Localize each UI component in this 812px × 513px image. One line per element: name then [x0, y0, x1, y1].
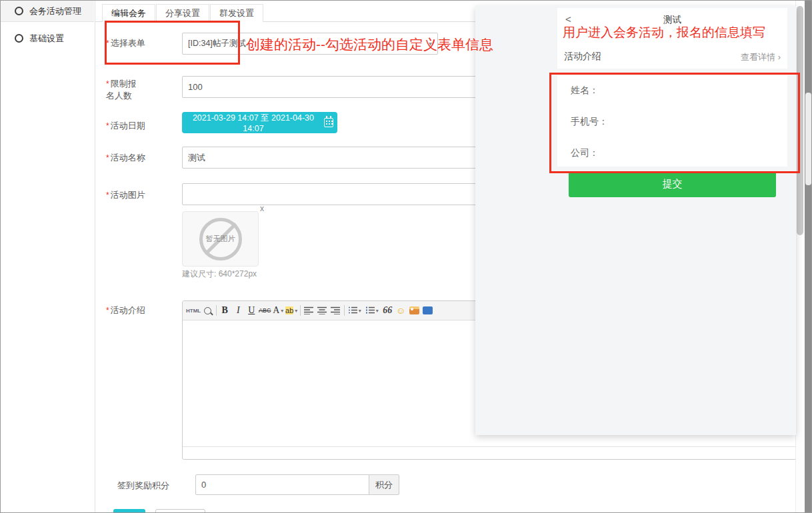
- image-size-hint: 建议尺寸: 640*272px: [182, 268, 257, 280]
- strikethrough-icon[interactable]: ABC: [258, 303, 271, 318]
- image-preview-box: 暂无图片: [182, 211, 259, 266]
- align-right-icon[interactable]: [329, 303, 342, 318]
- view-details-link[interactable]: 查看详情 ›: [741, 51, 781, 63]
- chevron-right-icon: ›: [778, 52, 781, 62]
- points-input[interactable]: [195, 474, 369, 495]
- sidebar: 会务活动管理 基础设置: [1, 1, 95, 512]
- no-image-icon: 暂无图片: [199, 218, 242, 260]
- insert-image-icon[interactable]: [407, 303, 421, 318]
- app-window: 会务活动管理 基础设置 编辑会务 分享设置 群发设置 *选择表单 [ID:34]…: [0, 0, 812, 513]
- chevron-down-icon: ▾: [429, 40, 432, 47]
- calendar-icon: [324, 118, 333, 127]
- date-range-value: 2021-03-29 14:07 至 2021-04-30 14:07: [186, 113, 321, 133]
- remove-image-button[interactable]: x: [260, 204, 264, 213]
- field-label-intro: *活动介绍: [106, 304, 145, 316]
- no-image-text: 暂无图片: [206, 234, 235, 244]
- field-label-image: *活动图片: [106, 189, 145, 201]
- blockquote-icon[interactable]: 66: [381, 303, 394, 318]
- bold-icon[interactable]: B: [218, 303, 231, 318]
- underline-icon[interactable]: U: [245, 303, 258, 318]
- tab-mass-send-settings[interactable]: 群发设置: [210, 4, 263, 22]
- italic-icon[interactable]: I: [231, 303, 245, 318]
- preview-page-title: 测试: [557, 14, 787, 26]
- preview-intro-row: 活动介绍 查看详情 ›: [557, 48, 787, 65]
- unordered-list-icon[interactable]: ▾: [363, 303, 381, 318]
- align-left-icon[interactable]: [302, 303, 315, 318]
- insert-media-icon[interactable]: [421, 303, 434, 318]
- select-form-dropdown[interactable]: [ID:34]帖子测试 ▾: [182, 33, 438, 55]
- html-source-icon[interactable]: HTML: [186, 303, 201, 318]
- align-center-icon[interactable]: [315, 303, 329, 318]
- submit-button[interactable]: [113, 509, 145, 513]
- highlight-color-icon[interactable]: ab▾: [285, 303, 298, 318]
- field-label-points: 签到奖励积分: [117, 480, 169, 491]
- tab-bar: 编辑会务 分享设置 群发设置: [102, 4, 264, 22]
- sidebar-item-basic-settings[interactable]: 基础设置: [1, 28, 94, 49]
- preview-icon[interactable]: [201, 303, 214, 318]
- circle-bullet-icon: [15, 34, 23, 43]
- window-scrollbar-track[interactable]: [805, 1, 812, 513]
- sidebar-item-label: 会务活动管理: [29, 5, 81, 17]
- field-label-name: *活动名称: [106, 152, 145, 164]
- sidebar-item-conference-activity-management[interactable]: 会务活动管理: [1, 1, 94, 22]
- circle-bullet-icon: [15, 7, 23, 15]
- tab-edit-conference[interactable]: 编辑会务: [102, 4, 155, 22]
- editor-statusbar: [183, 446, 805, 459]
- signup-field-phone[interactable]: 手机号：: [571, 116, 608, 128]
- preview-signup-form-card: 姓名： 手机号： 公司：: [557, 75, 787, 167]
- required-mark: *: [106, 39, 109, 48]
- field-label-limit: *限制报名人数: [106, 78, 145, 101]
- preview-header-block: < 测试 活动介绍 查看详情 ›: [557, 8, 787, 69]
- field-label-date: *活动日期: [106, 120, 145, 132]
- date-range-button[interactable]: 2021-03-29 14:07 至 2021-04-30 14:07: [182, 112, 337, 133]
- tab-share-settings[interactable]: 分享设置: [156, 4, 209, 22]
- points-unit-addon: 积分: [369, 474, 399, 495]
- font-color-icon[interactable]: A▾: [271, 303, 285, 318]
- panel-scrollbar-thumb[interactable]: [797, 6, 803, 235]
- signup-field-name[interactable]: 姓名：: [571, 85, 599, 97]
- ordered-list-icon[interactable]: ▾: [346, 303, 363, 318]
- secondary-button[interactable]: [155, 509, 205, 513]
- sidebar-item-label: 基础设置: [29, 33, 64, 45]
- select-form-value: [ID:34]帖子测试: [188, 38, 246, 49]
- emoticon-icon[interactable]: ☺: [394, 303, 407, 318]
- preview-submit-button[interactable]: 提交: [569, 171, 776, 197]
- signup-field-company[interactable]: 公司：: [571, 147, 599, 159]
- field-label-select-form: *选择表单: [106, 37, 145, 49]
- window-scrollbar-thumb[interactable]: [805, 93, 811, 185]
- preview-intro-label: 活动介绍: [564, 51, 601, 63]
- mobile-preview-panel: < 测试 活动介绍 查看详情 › 姓名： 手机号： 公司： 提交 用户进入会务活…: [475, 6, 796, 435]
